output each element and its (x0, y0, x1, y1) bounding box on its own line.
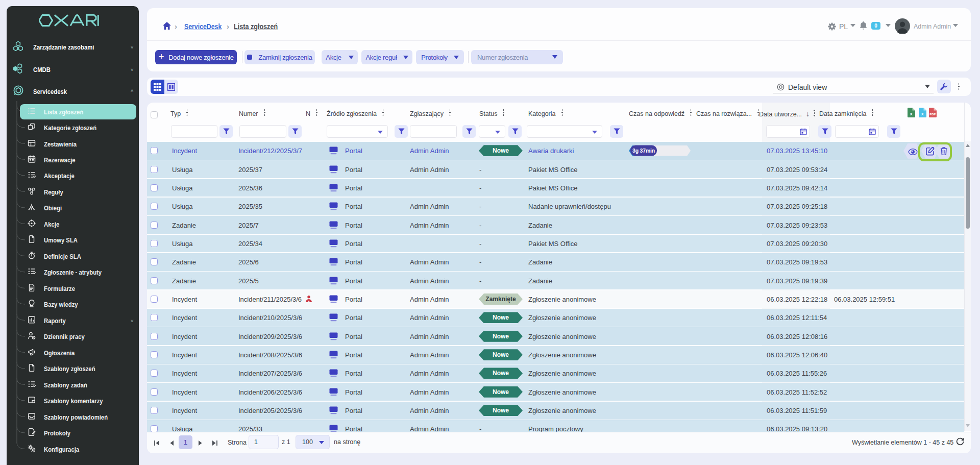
svg-text:x: x (910, 111, 913, 116)
svg-text:x: x (921, 111, 924, 116)
svg-text:PDF: PDF (929, 113, 936, 116)
